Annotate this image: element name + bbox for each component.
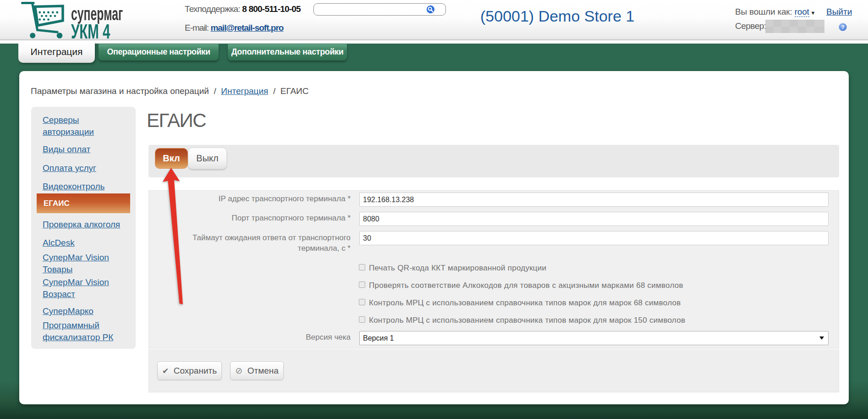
svg-text:?: ? (841, 24, 844, 30)
